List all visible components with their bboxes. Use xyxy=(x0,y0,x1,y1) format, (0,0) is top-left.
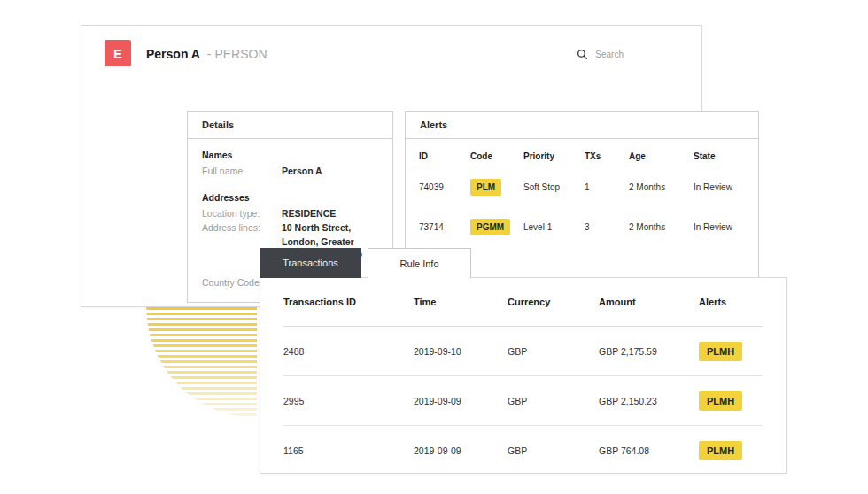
alert-row[interactable]: 74039 PLM Soft Stop 1 2 Months In Review xyxy=(419,167,745,207)
alert-state: In Review xyxy=(694,182,745,192)
striped-circle-decoration xyxy=(146,307,257,418)
search-icon xyxy=(577,49,588,60)
search-control[interactable]: Search xyxy=(577,49,624,60)
address-line: 10 North Street, xyxy=(282,220,380,235)
transactions-card: Transactions ID Time Currency Amount Ale… xyxy=(260,277,787,474)
tab-rule-info-label: Rule Info xyxy=(399,259,438,269)
transaction-row[interactable]: 2488 2019-09-10 GBP GBP 2,175.59 PLMH xyxy=(283,327,763,375)
alert-id: 74039 xyxy=(419,182,470,192)
tx-currency: GBP xyxy=(508,445,599,456)
tx-alert-badge: PLMH xyxy=(699,441,742,460)
tx-col-amount: Amount xyxy=(599,297,699,307)
alerts-col-age: Age xyxy=(629,151,694,161)
tx-amount: GBP 764.08 xyxy=(599,445,699,456)
tx-alert-badge: PLMH xyxy=(699,391,742,411)
alert-age: 2 Months xyxy=(629,222,694,232)
tab-rule-info[interactable]: Rule Info xyxy=(368,248,471,278)
transaction-row[interactable]: 2995 2019-09-09 GBP GBP 2,150.23 PLMH xyxy=(283,375,763,425)
full-name-row: Full name Person A xyxy=(202,164,380,178)
alerts-col-id: ID xyxy=(419,151,470,161)
tx-currency: GBP xyxy=(508,346,599,357)
tx-time: 2019-09-10 xyxy=(414,346,508,357)
tx-time: 2019-09-09 xyxy=(414,396,508,406)
page: E Person A - PERSON Search Details Names… xyxy=(0,0,868,494)
names-heading: Names xyxy=(202,150,380,160)
alert-code-cell: PLM xyxy=(470,179,523,196)
tab-transactions-label: Transactions xyxy=(283,258,338,268)
tx-time: 2019-09-09 xyxy=(414,445,508,456)
entity-logo: E xyxy=(105,40,131,66)
alert-code-badge: PGMM xyxy=(470,219,510,235)
entity-name: Person A xyxy=(146,47,200,61)
alert-age: 2 Months xyxy=(629,182,694,192)
alerts-col-code: Code xyxy=(470,151,523,161)
alerts-col-priority: Priority xyxy=(523,151,585,161)
alerts-col-txs: TXs xyxy=(585,151,629,161)
alert-priority: Soft Stop xyxy=(523,182,585,192)
tx-id: 2488 xyxy=(283,346,414,357)
entity-logo-letter: E xyxy=(113,46,122,61)
alert-txs: 3 xyxy=(585,222,629,232)
tx-col-currency: Currency xyxy=(508,297,599,307)
tx-col-alerts: Alerts xyxy=(699,297,763,307)
alert-txs: 1 xyxy=(585,182,629,192)
tx-currency: GBP xyxy=(508,396,599,406)
addresses-heading: Addresses xyxy=(202,192,380,203)
full-name-value: Person A xyxy=(282,164,380,178)
tx-alert-badge: PLMH xyxy=(699,342,742,361)
tx-alert-cell: PLMH xyxy=(699,441,763,460)
tx-alert-cell: PLMH xyxy=(699,391,763,411)
location-type-row: Location type: RESIDENCE xyxy=(202,206,380,220)
tab-transactions[interactable]: Transactions xyxy=(260,248,361,278)
alert-code-cell: PGMM xyxy=(470,219,523,235)
tx-alert-cell: PLMH xyxy=(699,342,763,361)
tx-col-id: Transactions ID xyxy=(283,297,414,307)
alert-code-badge: PLM xyxy=(470,179,501,196)
details-panel-title: Details xyxy=(188,112,392,139)
tx-id: 2995 xyxy=(283,396,414,406)
transactions-table-header: Transactions ID Time Currency Amount Ale… xyxy=(283,278,763,327)
tx-col-time: Time xyxy=(414,297,508,307)
alerts-table: ID Code Priority TXs Age State 74039 PLM… xyxy=(406,139,758,247)
alert-state: In Review xyxy=(694,222,745,232)
page-title: Person A - PERSON xyxy=(146,47,267,61)
transactions-table: Transactions ID Time Currency Amount Ale… xyxy=(260,278,786,475)
alerts-table-header: ID Code Priority TXs Age State xyxy=(419,144,745,167)
location-type-label: Location type: xyxy=(202,206,282,220)
search-label: Search xyxy=(595,50,624,59)
alerts-col-state: State xyxy=(694,151,745,161)
alert-row[interactable]: 73714 PGMM Level 1 3 2 Months In Review xyxy=(419,207,745,247)
tx-id: 1165 xyxy=(283,445,414,456)
address-line: London, Greater xyxy=(282,235,380,249)
tx-amount: GBP 2,150.23 xyxy=(599,396,699,406)
entity-type: - PERSON xyxy=(207,47,267,61)
tx-amount: GBP 2,175.59 xyxy=(599,346,699,357)
alerts-panel-title: Alerts xyxy=(406,112,758,139)
transaction-row[interactable]: 1165 2019-09-09 GBP GBP 764.08 PLMH xyxy=(283,425,763,475)
location-type-value: RESIDENCE xyxy=(282,206,380,220)
alert-priority: Level 1 xyxy=(523,222,585,232)
full-name-label: Full name xyxy=(202,164,282,178)
alert-id: 73714 xyxy=(419,222,470,232)
